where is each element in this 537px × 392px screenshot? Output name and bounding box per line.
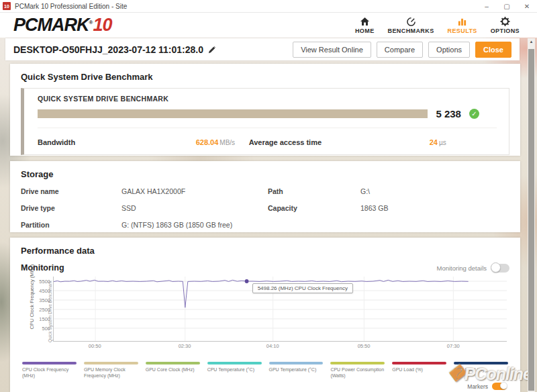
legend-item[interactable]: CPU Load (%) — [454, 362, 508, 379]
scrollbar-thumb[interactable] — [528, 49, 534, 391]
compare-button[interactable]: Compare — [377, 42, 423, 58]
toggle-knob — [500, 382, 507, 389]
gear-icon — [500, 17, 510, 26]
options-button[interactable]: Options — [428, 42, 470, 58]
window-title: PCMark 10 Professional Edition - Site — [15, 3, 127, 10]
pcmark-window: 10 PCMark 10 Professional Edition - Site… — [0, 0, 537, 392]
storage-value: G:\ — [360, 187, 509, 195]
storage-label: Capacity — [268, 204, 360, 212]
performance-section-title: Performance data — [21, 246, 509, 256]
storage-label: Drive name — [21, 187, 121, 195]
monitoring-title: Monitoring — [21, 263, 64, 273]
score-bar — [38, 109, 428, 118]
results-icon — [457, 17, 467, 26]
bandwidth-value: 628.04 — [196, 138, 219, 146]
bandwidth-label: Bandwidth — [38, 138, 75, 146]
nav-home-label: HOME — [355, 28, 375, 34]
vertical-scrollbar[interactable]: ▲ — [528, 38, 535, 392]
chart-xtick: 04:10 — [266, 343, 279, 349]
nav-benchmarks-label: BENCHMARKS — [388, 28, 434, 34]
access-time-value: 24 — [430, 138, 438, 146]
legend-color-bar — [84, 362, 138, 364]
storage-value: G: (NTFS) 1863 GB (1850 GB free) — [121, 221, 268, 229]
monitoring-details-toggle[interactable] — [491, 264, 509, 273]
result-header-bar: DESKTOP-O50FHJJ_2023-07-12 11:01:28.0 Vi… — [5, 38, 520, 60]
legend-color-bar — [22, 362, 77, 364]
legend-color-bar — [392, 362, 446, 364]
storage-value: SSD — [121, 204, 268, 212]
benchmark-panel: QUICK SYSTEM DRIVE BENCHMARK 5 238 ✓ Ban… — [21, 88, 509, 155]
chart-xtick: 00:50 — [89, 343, 101, 349]
home-icon — [360, 17, 370, 26]
monitoring-chart: CPU Clock Frequency (MHz) 5500 4500 3500… — [21, 277, 509, 356]
bandwidth-unit: MB/s — [219, 139, 235, 146]
close-window-button[interactable]: ✕ — [517, 3, 537, 10]
app-icon: 10 — [3, 2, 11, 10]
chart-xtick: 02:30 — [179, 343, 191, 349]
nav-options-label: OPTIONS — [491, 28, 520, 34]
maximize-button[interactable]: ▢ — [497, 3, 517, 10]
legend-item[interactable]: GPU Core Clock (MHz) — [146, 362, 200, 379]
app-header: PCMARK®10 HOME BENCHMARKS RESULTS OPTION… — [0, 13, 537, 38]
chart-yaxis-title: CPU Clock Frequency (MHz) — [29, 289, 35, 330]
verified-check-icon: ✓ — [469, 109, 479, 119]
toggle-knob — [491, 262, 501, 273]
legend-color-bar — [207, 362, 262, 364]
view-result-online-button[interactable]: View Result Online — [293, 42, 371, 58]
legend-color-bar — [146, 362, 200, 364]
edit-pencil-icon[interactable] — [208, 46, 216, 54]
chart-xtick: 07:30 — [447, 343, 460, 349]
storage-section-title: Storage — [21, 169, 509, 179]
markers-label: Markers — [467, 383, 488, 390]
nav-results-label: RESULTS — [448, 28, 477, 34]
main-nav: HOME BENCHMARKS RESULTS OPTIONS — [355, 17, 520, 34]
markers-toggle[interactable] — [492, 383, 507, 390]
benchmark-card: Quick System Drive Benchmark QUICK SYSTE… — [10, 64, 520, 156]
storage-value: GALAX HA1X2000F — [121, 187, 268, 195]
nav-results[interactable]: RESULTS — [448, 17, 477, 34]
scroll-up-arrow[interactable]: ▲ — [528, 40, 535, 44]
minimize-button[interactable]: – — [477, 3, 497, 10]
chart-plot-area[interactable]: Quick System Drive Benchmark 5498.26 (MH… — [53, 277, 507, 342]
nav-options[interactable]: OPTIONS — [491, 17, 520, 34]
close-result-button[interactable]: Close — [475, 42, 511, 58]
benchmarks-icon — [406, 17, 416, 26]
legend-color-bar — [330, 362, 385, 364]
legend-color-bar — [269, 362, 324, 364]
legend-item[interactable]: CPU Power Consumption (Watts) — [330, 362, 385, 379]
monitoring-details-label: Monitoring details — [437, 264, 487, 272]
chart-xtick: 05:50 — [358, 343, 371, 349]
benchmark-score: 5 238 — [436, 108, 461, 119]
access-time-label: Average access time — [249, 138, 322, 146]
storage-grid: Drive name GALAX HA1X2000F Path G:\ Driv… — [21, 187, 509, 229]
storage-value: 1863 GB — [360, 204, 509, 212]
storage-value — [360, 221, 509, 229]
title-bar: 10 PCMark 10 Professional Edition - Site… — [0, 0, 537, 13]
legend-color-bar — [454, 362, 508, 364]
storage-label: Path — [268, 187, 360, 195]
result-title: DESKTOP-O50FHJJ_2023-07-12 11:01:28.0 — [13, 44, 203, 55]
pcmark-logo: PCMARK®10 — [13, 16, 111, 34]
access-time-unit: µs — [439, 139, 446, 146]
access-time-metric: Average access time 24µs — [249, 136, 446, 148]
nav-benchmarks[interactable]: BENCHMARKS — [388, 17, 434, 34]
performance-card: Performance data Monitoring Monitoring d… — [10, 238, 520, 392]
bandwidth-metric: Bandwidth 628.04MB/s — [38, 136, 235, 148]
chart-tooltip: 5498.26 (MHz) CPU Clock Frequency — [252, 283, 353, 293]
nav-home[interactable]: HOME — [355, 17, 375, 34]
chart-workload-label: Quick System Drive Benchmark — [48, 281, 52, 342]
legend-item[interactable]: GPU Temperature (°C) — [269, 362, 324, 379]
storage-label: Partition — [21, 221, 121, 229]
benchmark-panel-title: QUICK SYSTEM DRIVE BENCHMARK — [38, 95, 497, 103]
storage-label — [268, 221, 360, 229]
benchmark-section-title: Quick System Drive Benchmark — [21, 72, 509, 82]
legend-item[interactable]: CPU Temperature (°C) — [207, 362, 262, 379]
chart-legend: CPU Clock Frequency (MHz) GPU Memory Clo… — [21, 362, 509, 379]
storage-label: Drive type — [21, 204, 121, 212]
legend-item[interactable]: GPU Load (%) — [392, 362, 446, 379]
legend-item[interactable]: GPU Memory Clock Frequency (MHz) — [84, 362, 138, 379]
chart-xaxis: 00:50 02:30 04:10 05:50 07:30 — [53, 343, 507, 351]
storage-card: Storage Drive name GALAX HA1X2000F Path … — [10, 161, 520, 232]
legend-item[interactable]: CPU Clock Frequency (MHz) — [22, 362, 77, 379]
